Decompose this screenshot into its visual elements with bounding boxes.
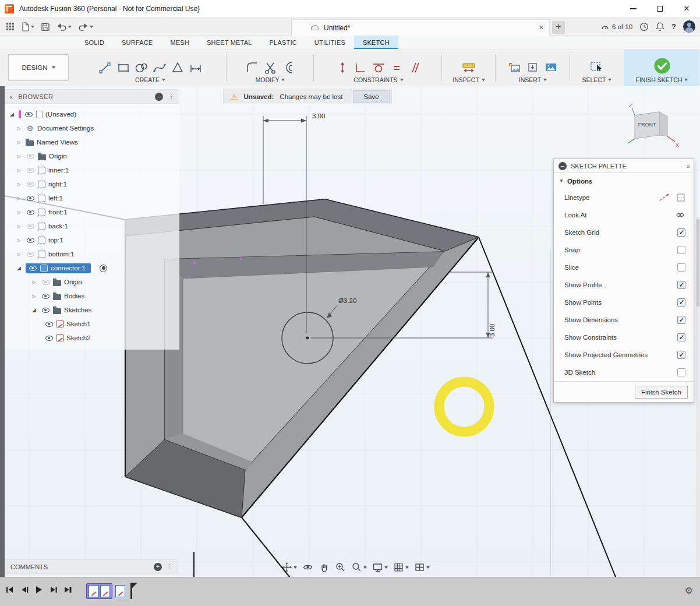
tree-item-left[interactable]: ▷ left:1 [5,191,179,205]
visibility-eye-icon[interactable] [44,322,54,327]
show-profile-checkbox[interactable] [677,281,685,289]
tangent-constraint-button[interactable] [371,60,386,75]
centerline-linetype-button[interactable] [676,193,685,202]
tree-item-sub-origin[interactable]: ▷ Origin [5,275,179,289]
tab-close-icon[interactable]: ✕ [539,24,544,31]
spline-tool-button[interactable] [152,60,167,75]
expand-closed-icon[interactable]: ▷ [15,140,23,145]
tree-item-right[interactable]: ▷ right:1 [5,177,179,191]
look-at-button[interactable] [675,210,685,220]
look-at-button[interactable] [302,562,313,573]
tree-item-sketch1[interactable]: Sketch1 [5,317,179,331]
undo-button[interactable] [54,19,74,34]
3d-sketch-checkbox[interactable] [677,368,685,376]
view-cube[interactable]: Z FRONT X [627,100,680,149]
workspace-selector[interactable]: DESIGN [8,54,69,81]
expand-open-icon[interactable]: ◢ [8,111,16,117]
visibility-eye-icon[interactable] [41,280,50,285]
inspect-group-label[interactable]: INSPECT [444,76,494,83]
palette-header[interactable]: – SKETCH PALETTE » [554,159,694,173]
visibility-eye-icon[interactable] [26,168,35,173]
add-comment-button[interactable]: + [154,563,162,571]
dimension-top[interactable]: 3.00 [312,112,325,119]
options-section-header[interactable]: ▼ Options [554,173,694,189]
close-button[interactable]: ✕ [673,0,700,17]
expand-closed-icon[interactable]: ▷ [30,280,38,285]
kebab-icon[interactable]: ⋮ [168,93,175,100]
hide-all-button[interactable]: – [155,93,163,101]
redo-button[interactable] [76,19,96,34]
measure-tool-button[interactable] [461,60,476,75]
finish-sketch-button[interactable]: FINISH SKETCH [624,50,699,86]
comments-panel[interactable]: COMMENTS + ⋮ [5,559,178,574]
display-settings-button[interactable] [372,562,388,573]
browser-header[interactable]: « BROWSER – ⋮ [5,89,179,104]
visibility-eye-icon[interactable] [41,308,50,313]
activate-component-radio[interactable] [100,265,107,272]
job-quota-badge[interactable]: 6 of 10 [601,23,632,30]
timeline-sketch-feature[interactable] [89,585,98,597]
tree-item-document-settings[interactable]: ▷ ⚙ Document Settings [5,121,179,135]
save-warning-button[interactable]: Save [353,90,389,103]
visibility-eye-icon[interactable] [44,336,54,341]
canvas-scrollbar[interactable] [696,217,700,577]
grid-snaps-button[interactable] [393,562,409,573]
help-button[interactable]: ? [671,22,676,31]
show-constraints-checkbox[interactable] [677,333,685,341]
construction-linetype-button[interactable] [659,193,670,202]
visibility-eye-icon[interactable] [26,252,35,257]
timeline-play-button[interactable] [34,585,43,594]
timeline-sketch-feature[interactable] [115,585,125,597]
offset-tool-button[interactable] [281,60,296,75]
expand-closed-icon[interactable]: ▷ [15,238,23,243]
sketch-grid-checkbox[interactable] [677,228,685,237]
user-avatar[interactable] [683,20,695,33]
timeline-selected-features[interactable] [86,583,112,599]
tab-solid[interactable]: SOLID [76,36,113,49]
expand-panel-icon[interactable]: » [687,163,689,170]
modify-group-label[interactable]: MODIFY [229,76,311,83]
visibility-eye-icon[interactable] [26,154,35,159]
insert-image-button[interactable] [543,60,558,75]
select-tool-button[interactable] [589,59,605,75]
expand-closed-icon[interactable]: ▷ [15,210,23,215]
timeline-step-forward-button[interactable] [49,585,58,594]
expand-closed-icon[interactable]: ▷ [30,294,38,299]
sketch-point[interactable] [239,258,242,260]
expand-open-icon[interactable]: ◢ [30,307,38,313]
insert-mesh-button[interactable] [525,60,540,75]
expand-closed-icon[interactable]: ▷ [15,196,23,201]
create-group-label[interactable]: CREATE [77,76,224,83]
pan-button[interactable] [319,562,330,573]
sketch-dimension-button[interactable] [188,60,203,75]
visibility-eye-icon[interactable] [26,224,35,229]
selected-item-highlight[interactable]: connector:1 [26,263,91,273]
insert-canvas-button[interactable] [507,60,522,75]
slice-checkbox[interactable] [677,263,685,272]
orbit-button[interactable] [281,562,297,573]
kebab-icon[interactable]: ⋮ [167,563,173,570]
file-menu-button[interactable] [19,19,37,34]
sketch-circle-center[interactable] [306,337,309,340]
show-dimensions-checkbox[interactable] [677,316,685,324]
visibility-eye-icon[interactable] [24,112,33,117]
visibility-eye-icon[interactable] [26,196,35,201]
notifications-button[interactable] [656,22,664,31]
expand-closed-icon[interactable]: ▷ [15,182,23,187]
rectangle-tool-button[interactable] [116,60,131,75]
select-group-label[interactable]: SELECT [572,76,622,83]
tree-item-bottom[interactable]: ▷ bottom:1 [5,247,179,261]
tree-item-connector[interactable]: ◢ connector:1 [5,261,179,275]
visibility-eye-icon[interactable] [26,210,35,215]
tree-item-front[interactable]: ▷ front:1 [5,205,179,219]
polygon-tool-button[interactable] [170,60,185,75]
sketch-point[interactable] [193,262,196,265]
tree-item-top[interactable]: ▷ top:1 [5,233,179,247]
new-tab-button[interactable]: + [552,21,565,34]
tab-plastic[interactable]: PLASTIC [261,36,306,49]
perpendicular-constraint-button[interactable] [353,60,368,75]
tree-item-root[interactable]: ◢ (Unsaved) [5,107,179,121]
tree-item-sketch2[interactable]: Sketch2 [5,331,179,345]
dimension-right[interactable]: 3.00 [489,324,496,337]
tree-item-inner[interactable]: ▷ inner:1 [5,163,179,177]
